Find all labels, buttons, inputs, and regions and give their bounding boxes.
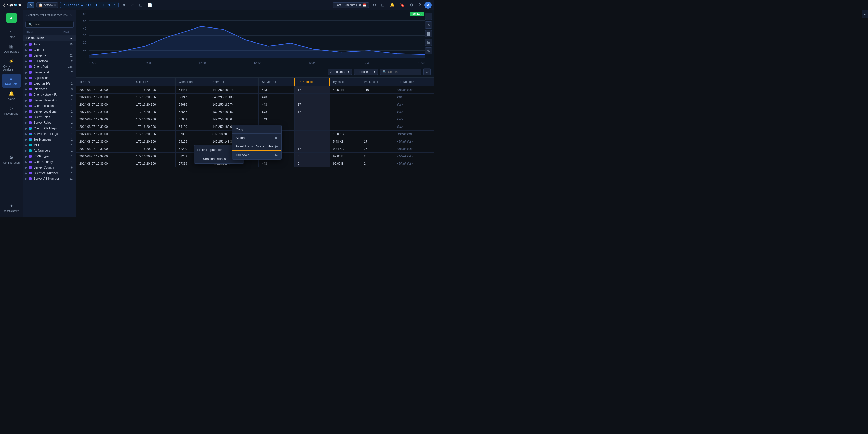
sidebar-item-alerts[interactable]: 🔔 Alerts: [2, 89, 21, 102]
packets-expand-icon[interactable]: ⊞: [376, 81, 378, 84]
filter-chip[interactable]: clientIp = "172.16.20.206": [60, 2, 119, 8]
stats-close-btn[interactable]: ✕: [70, 13, 72, 17]
sort-icon-time[interactable]: ⇅: [88, 81, 90, 84]
cell-time: 2024-08-07 12:39:00: [76, 86, 133, 94]
chart-y-labels: 60 50 40 30 20 10 0: [76, 13, 88, 58]
col-header-server-port: Server Port: [259, 78, 294, 86]
sidebar-item-whats-new[interactable]: ★ What's new?: [2, 202, 21, 214]
chart-bar-btn[interactable]: ▐▌: [425, 30, 432, 37]
sidebar-item-configuration[interactable]: ⚙ Configuration: [2, 152, 21, 166]
field-client-country[interactable]: ▶ Client Country 1: [23, 159, 76, 165]
sidebar-label-alerts: Alerts: [8, 97, 15, 100]
help-btn[interactable]: ?: [417, 2, 423, 8]
datasource-selector[interactable]: 📋 netflow ▾: [36, 2, 58, 8]
column-settings-btn[interactable]: ⚙: [424, 68, 431, 75]
field-color-server-ip: [29, 54, 32, 57]
sidebar-item-playground[interactable]: ▷ Playground: [2, 103, 21, 117]
field-client-roles[interactable]: ▶ Client Roles 1: [23, 114, 76, 120]
time-range-label: Last 15 minutes: [335, 3, 357, 7]
table-header: Time ⇅ Client IP Client Port Server IP S…: [76, 78, 434, 86]
field-server-tcp-flags[interactable]: ▶ Server TCP Flags 1: [23, 131, 76, 137]
field-icmp-type[interactable]: ▶ ICMP Type 2: [23, 154, 76, 159]
field-server-country[interactable]: ▶ Server Country 6: [23, 165, 76, 170]
settings-btn[interactable]: ⚙: [408, 2, 415, 8]
field-application[interactable]: ▶ Application 7: [23, 75, 76, 81]
drilldown-menu-item[interactable]: Drilldown ▶: [232, 150, 281, 159]
stats-header: Statistics (for first 10k records) ✕: [23, 10, 76, 19]
field-color-tos: [29, 138, 32, 141]
filter-btn[interactable]: ⊟: [137, 2, 144, 8]
field-client-ip[interactable]: ▶ Client IP 1: [23, 47, 76, 53]
stats-search-input[interactable]: [34, 23, 71, 26]
table-row: 2024-08-07 12:39:00 172.16.20.206 64686 …: [76, 101, 434, 108]
copy-menu-item[interactable]: Copy: [232, 125, 281, 133]
field-color-application: [29, 76, 32, 79]
stats-search-container: 🔍: [26, 21, 73, 28]
field-server-port[interactable]: ▶ Server Port 7: [23, 69, 76, 75]
field-interfaces[interactable]: ▶ Interfaces 3: [23, 86, 76, 92]
doc-btn[interactable]: 📄: [146, 2, 154, 8]
cell-packets: 110: [361, 86, 394, 94]
field-expand-icon: ▶: [26, 178, 28, 180]
app-logo[interactable]: ❮ sycape: [3, 2, 23, 8]
field-mpls[interactable]: ▶ MPLS 1: [23, 142, 76, 148]
chart-svg: [89, 13, 425, 58]
field-ip-protocol[interactable]: ▶ IP Protocol 2: [23, 58, 76, 64]
field-server-as-number[interactable]: ▶ Server AS Number 12: [23, 176, 76, 182]
whats-new-icon: ★: [10, 204, 13, 209]
field-client-port[interactable]: ▶ Client Port 258: [23, 64, 76, 69]
cell-client-port: 54441: [176, 86, 209, 94]
field-client-as-number[interactable]: ▶ Client AS Number 1: [23, 170, 76, 176]
field-color-client-network: [29, 93, 32, 96]
playground-icon: ▷: [10, 105, 13, 111]
active-view-btn[interactable]: ∿: [27, 2, 34, 8]
sidebar-item-raw-data[interactable]: ≡ Raw Data: [2, 74, 21, 88]
bytes-expand-icon[interactable]: ⊞: [341, 81, 344, 84]
expand-btn[interactable]: ⤢: [129, 2, 135, 8]
asset-traffic-menu-item[interactable]: Asset Traffic Rule Profiles ▶: [232, 142, 281, 150]
field-exporter-ips[interactable]: ▶ Exporter IPs 2: [23, 81, 76, 86]
actions-arrow: ▶: [276, 136, 278, 140]
grid-btn[interactable]: ⊞: [380, 2, 386, 8]
calendar-icon: 📅: [363, 3, 366, 7]
field-client-locations[interactable]: ▶ Client Locations 1: [23, 103, 76, 109]
sidebar-item-dashboards[interactable]: ▦ Dashboards: [2, 41, 21, 55]
field-expand-icon: ▶: [26, 71, 28, 74]
basic-fields-section[interactable]: Basic Fields ▲: [23, 35, 76, 41]
distinct-col-label: Distinct: [63, 31, 72, 34]
field-as-numbers[interactable]: ▶ As Numbers 1: [23, 148, 76, 154]
field-expand-icon: ▶: [26, 133, 28, 135]
notifications-btn[interactable]: 🔔: [388, 2, 396, 8]
sidebar-item-home[interactable]: ⌂ Home: [2, 27, 21, 40]
clear-filter-btn[interactable]: ✕: [121, 2, 127, 8]
chart-edit-btn[interactable]: ✎: [425, 48, 432, 55]
datasource-label: netflow: [43, 3, 53, 7]
field-server-network-f[interactable]: ▶ Server Network F... 2: [23, 97, 76, 103]
refresh-btn[interactable]: ↺: [371, 2, 378, 8]
stats-columns-header: Field Distinct: [23, 30, 76, 35]
field-time[interactable]: ▶ Time 15: [23, 41, 76, 47]
columns-selector[interactable]: 27 columns ▾: [328, 69, 352, 75]
sidebar-item-quick-analysis[interactable]: ⚡ Quick Analysis: [2, 56, 21, 73]
table-search-input[interactable]: [388, 70, 418, 73]
field-server-roles[interactable]: ▶ Server Roles 2: [23, 120, 76, 125]
field-client-network-f[interactable]: ▶ Client Network F... 1: [23, 92, 76, 97]
field-tos-numbers[interactable]: ▶ Tos Numbers 1: [23, 137, 76, 142]
chart-type-btn[interactable]: ∿: [425, 21, 432, 29]
field-expand-icon: ▶: [26, 161, 28, 163]
field-expand-icon: ▶: [26, 54, 28, 57]
field-client-tcp-flags[interactable]: ▶ Client TCP Flags 2: [23, 125, 76, 131]
chart-fullscreen-btn[interactable]: ⛶: [425, 13, 432, 20]
active-view-icon: ∿: [30, 3, 32, 7]
field-expand-icon: ▶: [26, 116, 28, 119]
time-range-selector[interactable]: Last 15 minutes ✕ 📅: [333, 2, 369, 8]
field-server-locations[interactable]: ▶ Server Locations 2: [23, 109, 76, 114]
field-server-ip[interactable]: ▶ Server IP 62: [23, 53, 76, 58]
user-avatar[interactable]: A: [425, 2, 432, 9]
main-context-menu-layer: Copy Actions ▶ Asset Traffic Rule Profil…: [232, 125, 282, 160]
actions-menu-item[interactable]: Actions ▶: [232, 133, 281, 142]
profiles-selector[interactable]: – Profiles – ▾: [354, 69, 378, 75]
chart-table-btn[interactable]: ▤: [425, 39, 432, 46]
time-close-icon[interactable]: ✕: [359, 3, 361, 7]
bookmark-btn[interactable]: 🔖: [398, 2, 406, 8]
